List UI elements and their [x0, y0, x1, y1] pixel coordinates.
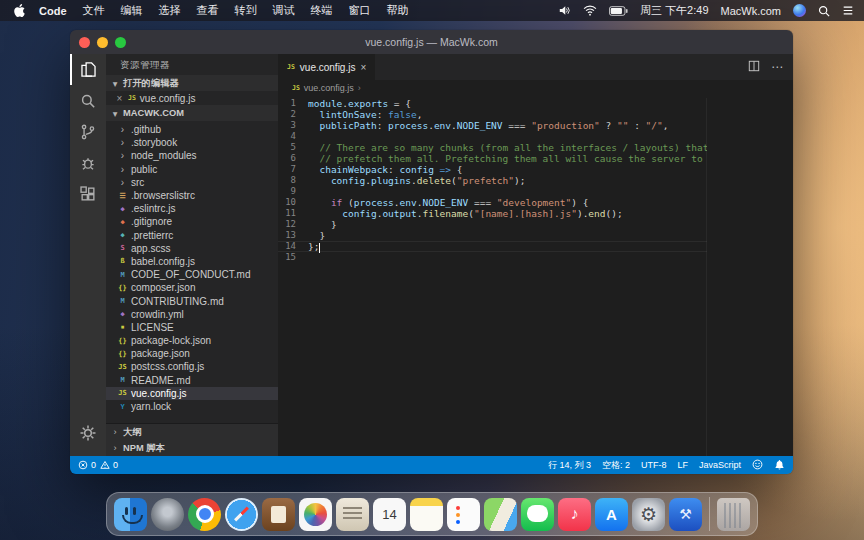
more-actions-icon[interactable]: ⋯ [771, 62, 783, 72]
code-line[interactable]: 8 config.plugins.delete("prefetch"); [278, 175, 707, 186]
menu-item-4[interactable]: 转到 [227, 3, 265, 18]
tree-item[interactable]: ›.github [106, 123, 278, 136]
status-item-2[interactable]: UTF-8 [641, 459, 667, 472]
tree-item[interactable]: Sapp.scss [106, 242, 278, 255]
tree-item[interactable]: ›src [106, 176, 278, 189]
problems-errors[interactable]: 0 [78, 460, 96, 470]
code-line[interactable]: 1module.exports = { [278, 98, 707, 109]
menu-item-0[interactable]: 文件 [75, 3, 113, 18]
debug-icon[interactable] [70, 147, 106, 178]
code-line[interactable]: 3 publicPath: process.env.NODE_ENV === "… [278, 120, 707, 131]
dock-app-store-icon[interactable]: A [595, 498, 628, 531]
tree-item[interactable]: JSpostcss.config.js [106, 360, 278, 373]
project-folder-header[interactable]: ▾ MACWK.COM [106, 105, 278, 121]
sidebar-section-0[interactable]: ›大纲 [106, 424, 278, 440]
breadcrumb[interactable]: JS vue.config.js › [278, 80, 793, 96]
notification-center-icon[interactable] [842, 5, 854, 16]
code-line[interactable]: 6 // prefetch them all. Prefetching them… [278, 153, 707, 164]
menu-item-6[interactable]: 终端 [303, 3, 341, 18]
tree-item[interactable]: MCONTRIBUTING.md [106, 294, 278, 307]
tree-item[interactable]: {}package-lock.json [106, 334, 278, 347]
tree-item[interactable]: ◆.eslintrc.js [106, 202, 278, 215]
code-editor[interactable]: 1module.exports = {2 lintOnSave: false,3… [278, 96, 793, 456]
dock-messages-icon[interactable] [521, 498, 554, 531]
dock-trash-icon[interactable] [717, 498, 750, 531]
code-line[interactable]: 5 // There are so many chunks (from all … [278, 142, 707, 153]
code-line[interactable]: 7 chainWebpack: config => { [278, 164, 707, 175]
dock-contacts-icon[interactable] [336, 498, 369, 531]
notifications-bell-icon[interactable] [774, 459, 785, 472]
zoom-window-button[interactable] [115, 37, 126, 48]
close-tab-icon[interactable]: × [360, 62, 366, 73]
status-item-4[interactable]: JavaScript [699, 459, 741, 472]
minimap[interactable] [707, 98, 737, 456]
dock-books-icon[interactable] [262, 498, 295, 531]
code-line[interactable]: 4 [278, 131, 707, 142]
dock-photos-icon[interactable] [299, 498, 332, 531]
minimize-window-button[interactable] [97, 37, 108, 48]
feedback-smiley-icon[interactable] [752, 459, 763, 472]
dock-reminders-icon[interactable] [447, 498, 480, 531]
menu-item-7[interactable]: 窗口 [341, 3, 379, 18]
open-editors-header[interactable]: ▾ 打开的编辑器 [106, 75, 278, 91]
menu-clock[interactable]: 周三 下午2:49 [640, 3, 708, 18]
menu-item-1[interactable]: 编辑 [113, 3, 151, 18]
dock-chrome-icon[interactable] [188, 498, 221, 531]
tree-item[interactable]: ◆crowdin.yml [106, 308, 278, 321]
dock-launchpad-icon[interactable] [151, 498, 184, 531]
tab-vue-config-js[interactable]: JS vue.config.js × [278, 54, 376, 80]
dock-music-icon[interactable]: ♪ [558, 498, 591, 531]
dock-xcode-icon[interactable]: ⚒ [669, 498, 702, 531]
code-line[interactable]: 14}; [278, 241, 707, 252]
tree-item[interactable]: MREADME.md [106, 374, 278, 387]
apple-menu-icon[interactable] [14, 4, 25, 17]
menu-item-3[interactable]: 查看 [189, 3, 227, 18]
dock-notes-icon[interactable] [410, 498, 443, 531]
code-line[interactable]: 15 [278, 252, 707, 263]
extensions-icon[interactable] [70, 178, 106, 209]
spotlight-icon[interactable] [818, 5, 830, 17]
open-editor-item[interactable]: × JS vue.config.js [106, 91, 278, 105]
tree-item[interactable]: ›.storybook [106, 136, 278, 149]
dock-calendar-icon[interactable]: 14 [373, 498, 406, 531]
tree-item[interactable]: ▪LICENSE [106, 321, 278, 334]
dock-maps-icon[interactable] [484, 498, 517, 531]
problems-warnings[interactable]: 0 [100, 460, 118, 470]
code-line[interactable]: 2 lintOnSave: false, [278, 109, 707, 120]
settings-gear-icon[interactable] [70, 417, 106, 448]
wifi-icon[interactable] [583, 5, 597, 16]
split-editor-icon[interactable] [748, 58, 760, 76]
tree-item[interactable]: ◆.gitignore [106, 215, 278, 228]
close-window-button[interactable] [79, 37, 90, 48]
status-item-1[interactable]: 空格: 2 [602, 459, 630, 472]
tree-item[interactable]: Yyarn.lock [106, 400, 278, 413]
code-line[interactable]: 13 } [278, 230, 707, 241]
battery-icon[interactable] [609, 6, 628, 16]
breadcrumb-item[interactable]: vue.config.js [304, 83, 354, 93]
tree-item[interactable]: ◆.prettierrc [106, 229, 278, 242]
tree-item[interactable]: ☰.browserslistrc [106, 189, 278, 202]
source-control-icon[interactable] [70, 116, 106, 147]
tree-item[interactable]: {}package.json [106, 347, 278, 360]
volume-icon[interactable] [558, 5, 571, 16]
dock-system-preferences-icon[interactable]: ⚙ [632, 498, 665, 531]
tree-item[interactable]: ›node_modules [106, 149, 278, 162]
menu-brand-item[interactable]: MacWk.com [721, 5, 782, 17]
menu-item-5[interactable]: 调试 [265, 3, 303, 18]
tree-item[interactable]: {}composer.json [106, 281, 278, 294]
siri-icon[interactable] [793, 4, 806, 17]
tree-item[interactable]: MCODE_OF_CONDUCT.md [106, 268, 278, 281]
app-menu-title[interactable]: Code [31, 5, 75, 17]
status-item-0[interactable]: 行 14, 列 3 [548, 459, 591, 472]
dock-finder-icon[interactable] [114, 498, 147, 531]
search-icon[interactable] [70, 85, 106, 116]
close-icon[interactable]: × [115, 93, 124, 104]
window-title-bar[interactable]: vue.config.js — MacWk.com [70, 30, 793, 54]
dock-safari-icon[interactable] [225, 498, 258, 531]
explorer-icon[interactable] [70, 54, 106, 85]
menu-item-2[interactable]: 选择 [151, 3, 189, 18]
tree-item[interactable]: ›public [106, 163, 278, 176]
code-line[interactable]: 9 [278, 186, 707, 197]
tree-item[interactable]: JSvue.config.js [106, 387, 278, 400]
code-line[interactable]: 10 if (process.env.NODE_ENV === "develop… [278, 197, 707, 208]
